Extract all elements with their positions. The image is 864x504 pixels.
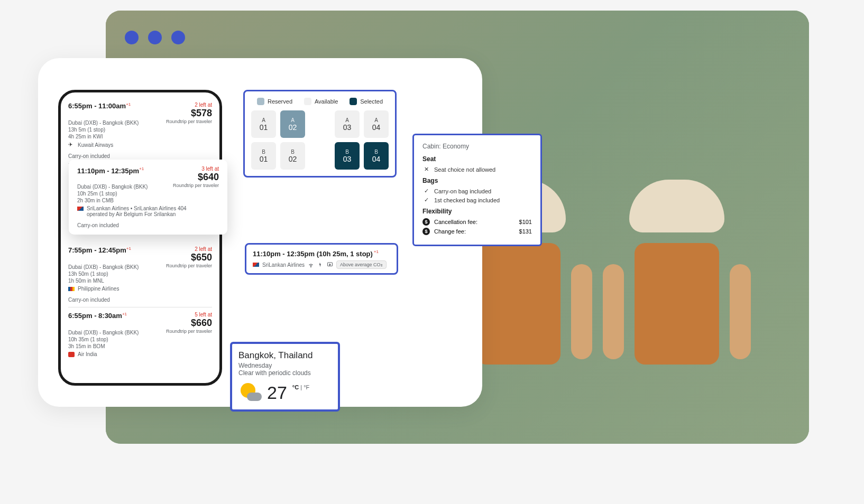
legend-reserved-icon [257, 98, 264, 105]
seats-left: 3 left at [198, 166, 219, 172]
flight-card[interactable]: 6:55pm - 11:00am+1 2 left at $578 Dubai … [68, 98, 212, 164]
seat-b01[interactable]: B01 [251, 142, 276, 170]
flight-time: 6:55pm - 11:00am [68, 102, 126, 110]
weather-sun-cloud-icon [238, 382, 262, 403]
summary-airline: SriLankan Airlines [262, 262, 305, 268]
seat-a03[interactable]: A03 [335, 110, 360, 138]
flexibility-section-title: Flexibility [422, 208, 532, 215]
flight-route: Dubai (DXB) - Bangkok (BKK) [68, 120, 139, 126]
carry-on-label: Carry-on included [68, 297, 212, 303]
seat-b03[interactable]: B03 [335, 142, 360, 170]
next-day-sup: +1 [139, 166, 144, 171]
window-controls [125, 31, 185, 44]
flight-time: 11:10pm - 12:35pm [77, 167, 139, 175]
wifi-icon [308, 262, 314, 268]
price-label: Roundtrip per traveler [166, 329, 212, 335]
flight-layover: 4h 25m in KWI [68, 134, 212, 139]
flight-layover: 2h 30m in CMB [77, 198, 219, 203]
phone-mockup: 6:55pm - 11:00am+1 2 left at $578 Dubai … [58, 90, 222, 386]
seats-left: 5 left at [191, 312, 212, 318]
seats-left: 2 left at [191, 246, 212, 252]
flight-airline: SriLankan Airlines • SriLankan Airlines … [77, 206, 219, 211]
flight-summary-bar[interactable]: 11:10pm - 12:35pm (10h 25m, 1 stop)+1 Sr… [245, 243, 398, 275]
flight-card[interactable]: 7:55pm - 12:45pm+1 2 left at $650 Dubai … [68, 242, 212, 307]
flight-price: $578 [191, 108, 212, 119]
co2-badge: Above average CO₂ [336, 260, 387, 269]
flight-layover: 1h 50m in MNL [68, 278, 212, 284]
seat-section-title: Seat [422, 155, 532, 163]
flight-card[interactable]: 6:55pm - 8:30am+1 5 left at $660 Dubai (… [68, 307, 212, 361]
seats-left: 2 left at [191, 102, 212, 108]
flight-airline: Air India [68, 351, 212, 357]
change-fee-value: $131 [519, 228, 532, 235]
window-dot [125, 31, 139, 44]
operated-by: operated by Air Belgium For Srilankan [87, 211, 219, 217]
seat-choice-text: Seat choice not allowed [434, 166, 495, 173]
legend-available-icon [304, 98, 311, 105]
window-dot [171, 31, 185, 44]
weather-day: Wednesday [238, 362, 332, 369]
flight-duration: 10h 35m (1 stop) [68, 337, 212, 342]
svg-point-0 [311, 267, 311, 267]
power-icon [317, 262, 324, 268]
airline-srilankan-icon [253, 263, 259, 267]
flight-airline: Philippine Airlines [68, 286, 212, 292]
legend-reserved-label: Reserved [268, 98, 292, 105]
fare-details-panel: Cabin: Economy Seat ✕Seat choice not all… [412, 134, 542, 246]
seat-a04[interactable]: A04 [364, 110, 389, 138]
dollar-icon: $ [422, 218, 430, 226]
weather-city: Bangkok, Thailand [238, 350, 332, 361]
flight-layover: 3h 15m in BOM [68, 343, 212, 349]
carry-on-text: Carry-on bag included [434, 188, 491, 194]
traveler-figure [608, 180, 746, 444]
flight-route: Dubai (DXB) - Bangkok (BKK) [68, 330, 139, 335]
next-day-sup: +1 [126, 246, 131, 251]
price-label: Roundtrip per traveler [173, 183, 219, 190]
entertainment-icon [327, 262, 333, 268]
seat-a01[interactable]: A01 [251, 110, 276, 138]
window-dot [148, 31, 162, 44]
carry-on-label: Carry-on included [77, 222, 219, 228]
cabin-class: Cabin: Economy [422, 143, 532, 150]
airline-philippine-icon [68, 287, 75, 291]
flight-route: Dubai (DXB) - Bangkok (BKK) [77, 184, 148, 190]
check-icon: ✓ [422, 197, 430, 203]
flight-price: $640 [198, 172, 219, 183]
seat-selector-panel: Reserved Available Selected A01 A02 A03 … [243, 90, 397, 178]
legend-available-label: Available [315, 98, 338, 105]
seat-b04[interactable]: B04 [364, 142, 389, 170]
legend-selected-icon [350, 98, 357, 105]
airline-srilankan-icon [77, 207, 84, 211]
legend-selected-label: Selected [360, 98, 383, 105]
flight-card-selected[interactable]: 11:10pm - 12:35pm+1 3 left at $640 Dubai… [69, 160, 227, 235]
seat-a02[interactable]: A02 [280, 110, 305, 138]
cancel-fee-label: Cancellation fee: [434, 219, 477, 225]
flight-duration: 13h 50m (1 stop) [68, 271, 212, 277]
next-day-sup: +1 [126, 102, 131, 107]
weather-temperature: 27 [267, 382, 287, 403]
dollar-icon: $ [422, 228, 430, 235]
summary-time: 11:10pm - 12:35pm (10h 25m, 1 stop) [253, 250, 373, 258]
weather-widget: Bangkok, Thailand Wednesday Clear with p… [230, 342, 340, 412]
airline-kuwait-icon [68, 142, 75, 148]
seat-grid: A01 A02 A03 A04 B01 B02 B03 B04 [251, 110, 389, 170]
airline-airindia-icon [68, 352, 75, 357]
flight-airline: Kuwait Airways [68, 142, 212, 148]
next-day-sup: +1 [374, 249, 379, 254]
check-icon: ✓ [422, 188, 430, 194]
bags-section-title: Bags [422, 177, 532, 184]
cancel-fee-value: $101 [519, 219, 532, 225]
unit-celsius[interactable]: °C [292, 384, 299, 390]
next-day-sup: +1 [122, 312, 127, 316]
weather-condition: Clear with periodic clouds [238, 369, 332, 377]
price-label: Roundtrip per traveler [166, 263, 212, 270]
carry-on-label: Carry-on included [68, 153, 212, 159]
weather-units: °C | °F [292, 384, 309, 390]
flight-price: $660 [191, 318, 212, 329]
price-label: Roundtrip per traveler [166, 119, 212, 126]
flight-duration: 13h 5m (1 stop) [68, 127, 212, 133]
seat-b02[interactable]: B02 [280, 142, 305, 170]
flight-time: 7:55pm - 12:45pm [68, 246, 126, 254]
unit-fahrenheit[interactable]: °F [304, 384, 309, 390]
change-fee-label: Change fee: [434, 228, 466, 235]
